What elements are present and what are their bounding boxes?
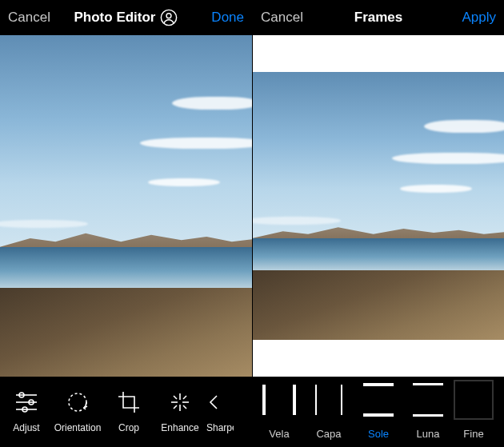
frame-label: Luna <box>417 428 440 440</box>
sliders-icon <box>13 389 40 416</box>
frame-thumb <box>358 380 398 420</box>
editor-panel: Cancel Photo Editor Done <box>0 0 252 447</box>
frame-thumb <box>309 380 349 420</box>
frame-option-luna[interactable]: Luna <box>403 380 453 440</box>
tool-label: Enhance <box>161 422 198 433</box>
apply-button[interactable]: Apply <box>462 10 496 25</box>
frame-label: Vela <box>269 428 289 440</box>
rotate-icon <box>64 389 91 416</box>
editor-title: Photo Editor <box>74 10 156 26</box>
frame-option-vela[interactable]: Vela <box>254 380 304 440</box>
frame-top <box>253 35 504 72</box>
tool-sharpen[interactable]: Sharpen <box>206 389 234 433</box>
profile-icon[interactable] <box>160 9 178 26</box>
tool-label: Sharpen <box>206 422 234 433</box>
frame-label: Capa <box>316 428 341 440</box>
frame-option-sole[interactable]: Sole <box>354 380 403 440</box>
photo-preview <box>0 35 252 377</box>
editor-header: Cancel Photo Editor Done <box>0 0 252 35</box>
frames-canvas[interactable] <box>253 35 504 377</box>
frame-option-capa[interactable]: Capa <box>304 380 354 440</box>
frames-options: Vela Capa Sole Luna Fine <box>253 377 504 447</box>
cancel-button[interactable]: Cancel <box>261 10 303 25</box>
svg-point-1 <box>167 14 172 18</box>
frame-label: Fine <box>463 428 483 440</box>
done-button[interactable]: Done <box>211 10 244 25</box>
editor-toolbar: Adjust Orientation Crop Enhance <box>0 377 252 447</box>
svg-line-15 <box>183 396 186 399</box>
tool-adjust[interactable]: Adjust <box>2 389 51 433</box>
tool-label: Crop <box>118 422 139 433</box>
tool-orientation[interactable]: Orientation <box>53 389 102 433</box>
wand-icon <box>166 389 194 416</box>
tool-enhance[interactable]: Enhance <box>155 389 205 433</box>
editor-canvas[interactable] <box>0 35 252 377</box>
svg-line-16 <box>174 405 177 409</box>
framed-photo <box>253 35 504 377</box>
frame-thumb <box>408 380 448 420</box>
tool-label: Orientation <box>54 422 102 433</box>
frame-thumb <box>454 380 494 420</box>
chevron-left-icon <box>206 389 221 416</box>
tool-label: Adjust <box>13 422 39 433</box>
frame-bottom <box>253 340 504 377</box>
cancel-button[interactable]: Cancel <box>8 10 50 25</box>
svg-line-14 <box>183 405 186 409</box>
crop-icon <box>115 389 142 416</box>
frames-header: Cancel Frames Apply <box>253 0 504 35</box>
frame-option-fine[interactable]: Fine <box>453 380 494 440</box>
frame-thumb <box>259 380 299 420</box>
frames-panel: Cancel Frames Apply <box>252 0 504 447</box>
tool-crop[interactable]: Crop <box>104 389 154 433</box>
frame-label: Sole <box>368 428 389 440</box>
svg-line-13 <box>174 396 177 399</box>
frames-title: Frames <box>354 10 402 26</box>
